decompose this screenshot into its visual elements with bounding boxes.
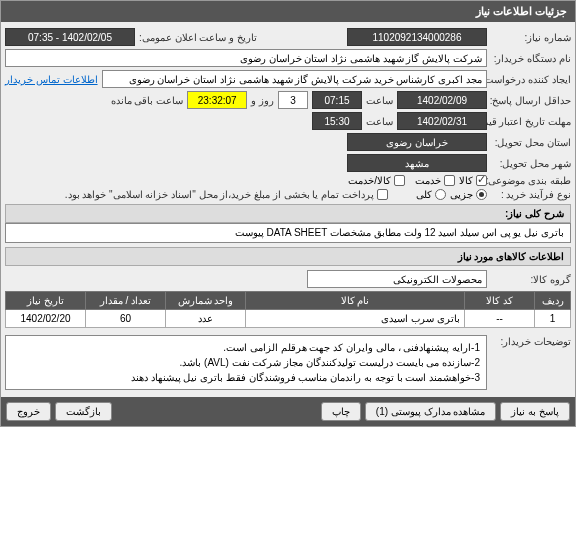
deadline-date-value: 1402/02/09 — [397, 91, 487, 109]
cat-goods-service-label: کالا/خدمت — [348, 175, 391, 186]
table-row[interactable]: 1 -- باتری سرب اسیدی عدد 60 1402/02/20 — [6, 310, 571, 328]
deadline-label: حداقل ارسال پاسخ: تا تاریخ: — [491, 95, 571, 106]
respond-button[interactable]: پاسخ به نیاز — [500, 402, 570, 421]
requester-label: ایجاد کننده درخواست: — [491, 74, 571, 85]
pub-date-value: 1402/02/05 - 07:35 — [5, 28, 135, 46]
pub-date-label: تاریخ و ساعت اعلان عمومی: — [139, 32, 257, 43]
cell-name: باتری سرب اسیدی — [246, 310, 465, 328]
th-unit: واحد شمارش — [166, 292, 246, 310]
need-number-value: 1102092134000286 — [347, 28, 487, 46]
cell-date: 1402/02/20 — [6, 310, 86, 328]
pt-partial-radio[interactable]: جزیی — [450, 189, 487, 200]
buyer-notes: 1-ارایه پیشنهادفنی ، مالی وایران کد جهت … — [5, 335, 487, 390]
attachments-button[interactable]: مشاهده مدارک پیوستی (1) — [365, 402, 497, 421]
th-date: تاریخ نیاز — [6, 292, 86, 310]
contact-link[interactable]: اطلاعات تماس خریدار — [5, 74, 98, 85]
page-title: جزئیات اطلاعات نیاز — [476, 5, 567, 17]
notes-label: توضیحات خریدار: — [491, 332, 571, 347]
radio-icon — [435, 189, 446, 200]
city-label: شهر محل تحویل: — [491, 158, 571, 169]
remaining-label: ساعت باقی مانده — [111, 95, 184, 106]
cell-qty: 60 — [86, 310, 166, 328]
items-section-title: اطلاعات کالاهای مورد نیاز — [5, 247, 571, 266]
cat-goods-label: کالا — [459, 175, 473, 186]
checkbox-icon — [394, 175, 405, 186]
cell-row: 1 — [535, 310, 571, 328]
city-value: مشهد — [347, 154, 487, 172]
province-label: استان محل تحویل: — [491, 137, 571, 148]
days-value: 3 — [278, 91, 308, 109]
purchase-type-label: نوع فرآیند خرید : — [491, 189, 571, 200]
pt-full-label: کلی — [416, 189, 432, 200]
cell-code: -- — [465, 310, 535, 328]
cat-goods-service-check[interactable]: کالا/خدمت — [348, 175, 405, 186]
validity-time-value: 15:30 — [312, 112, 362, 130]
validity-label: مهلت تاریخ اعتبار قیمت: تا تاریخ: — [491, 116, 571, 127]
deadline-time-value: 07:15 — [312, 91, 362, 109]
th-qty: تعداد / مقدار — [86, 292, 166, 310]
checkbox-icon — [444, 175, 455, 186]
pt-partial-label: جزیی — [450, 189, 473, 200]
validity-date-value: 1402/02/31 — [397, 112, 487, 130]
table-header-row: ردیف کد کالا نام کالا واحد شمارش تعداد /… — [6, 292, 571, 310]
note-line-2: 2-سازنده می بایست درلیست تولیدکنندگان مج… — [12, 355, 480, 370]
desc-text: باتری نیل یو پی اس سیلد اسید 12 ولت مطاب… — [5, 223, 571, 243]
category-label: طبقه بندی موضوعی: — [491, 175, 571, 186]
items-table: ردیف کد کالا نام کالا واحد شمارش تعداد /… — [5, 291, 571, 328]
note-line-3: 3-خواهشمند است با توجه به راندمان مناسب … — [12, 370, 480, 385]
exit-button[interactable]: خروج — [6, 402, 51, 421]
print-button[interactable]: چاپ — [321, 402, 361, 421]
cat-service-check[interactable]: خدمت — [415, 175, 455, 186]
countdown-value: 23:32:07 — [187, 91, 247, 109]
time-label-2: ساعت — [366, 116, 393, 127]
desc-section-title: شرح کلی نیاز: — [5, 204, 571, 223]
footer-toolbar: پاسخ به نیاز مشاهده مدارک پیوستی (1) چاپ… — [1, 397, 575, 426]
days-label: روز و — [251, 95, 274, 106]
radio-icon — [476, 189, 487, 200]
pt-full-radio[interactable]: کلی — [416, 189, 446, 200]
group-value: محصولات الکترونیکی — [307, 270, 487, 288]
cat-service-label: خدمت — [415, 175, 441, 186]
buyer-org-value: شرکت پالایش گاز شهید هاشمی نژاد استان خر… — [5, 49, 487, 67]
province-value: خراسان رضوی — [347, 133, 487, 151]
cat-goods-check[interactable]: کالا — [459, 175, 487, 186]
payment-note-check[interactable]: پرداخت تمام یا بخشی از مبلغ خرید،از محل … — [65, 189, 388, 200]
checkbox-icon — [476, 175, 487, 186]
th-name: نام کالا — [246, 292, 465, 310]
back-button[interactable]: بازگشت — [55, 402, 112, 421]
note-line-1: 1-ارایه پیشنهادفنی ، مالی وایران کد جهت … — [12, 340, 480, 355]
checkbox-icon — [377, 189, 388, 200]
page-header: جزئیات اطلاعات نیاز — [1, 1, 575, 22]
time-label-1: ساعت — [366, 95, 393, 106]
requester-value: مجد اکبری کارشناس خرید شرکت پالایش گاز ش… — [102, 70, 487, 88]
need-number-label: شماره نیاز: — [491, 32, 571, 43]
cell-unit: عدد — [166, 310, 246, 328]
th-row: ردیف — [535, 292, 571, 310]
buyer-org-label: نام دستگاه خریدار: — [491, 53, 571, 64]
th-code: کد کالا — [465, 292, 535, 310]
payment-note-label: پرداخت تمام یا بخشی از مبلغ خرید،از محل … — [65, 189, 374, 200]
group-label: گروه کالا: — [491, 274, 571, 285]
